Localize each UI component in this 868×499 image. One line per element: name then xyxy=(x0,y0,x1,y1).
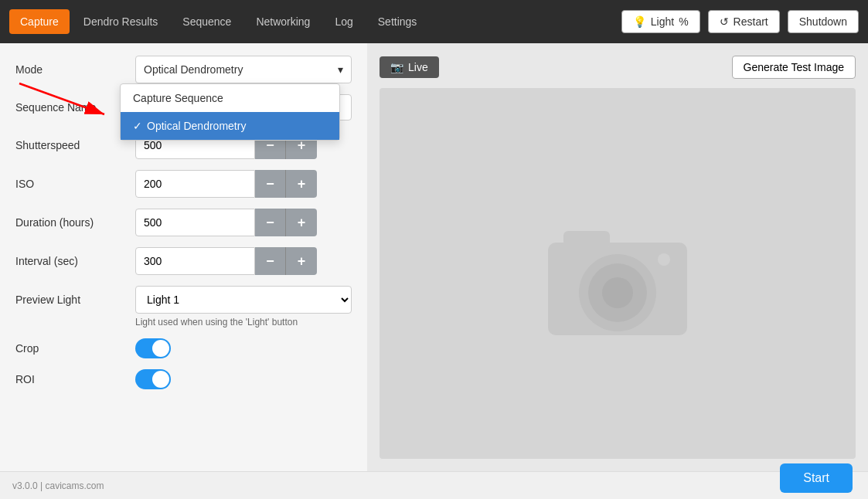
duration-stepper: − + xyxy=(135,209,317,236)
iso-label: ISO xyxy=(15,178,135,190)
restart-icon: ↺ xyxy=(720,15,729,28)
chevron-down-icon: ▾ xyxy=(338,63,343,76)
iso-plus-button[interactable]: + xyxy=(286,170,317,198)
capture-sequence-label: Capture Sequence xyxy=(133,92,223,104)
shutdown-button[interactable]: Shutdown xyxy=(788,10,859,33)
nav-settings[interactable]: Settings xyxy=(367,9,428,34)
generate-test-image-button[interactable]: Generate Test Image xyxy=(732,56,856,79)
footer: v3.0.0 | cavicams.com Start xyxy=(0,471,868,499)
light-icon: 💡 xyxy=(633,15,646,28)
iso-minus-button[interactable]: − xyxy=(255,170,286,198)
svg-rect-6 xyxy=(563,231,610,248)
preview-light-hint: Light used when using the 'Light' button xyxy=(135,317,352,328)
right-panel: 📷 Live Generate Test Image xyxy=(367,43,868,471)
roi-label: ROI xyxy=(15,373,135,385)
preview-light-row: Preview Light Light 1 Light 2 xyxy=(15,286,352,314)
light-percent: % xyxy=(679,15,688,28)
interval-label: Interval (sec) xyxy=(15,255,135,267)
preview-light-select[interactable]: Light 1 Light 2 xyxy=(135,286,352,314)
mode-row: Mode Optical Dendrometry ▾ xyxy=(15,56,352,83)
optical-dendrometry-label: Optical Dendrometry xyxy=(147,120,246,132)
duration-input[interactable] xyxy=(135,209,255,236)
mode-label: Mode xyxy=(15,63,135,76)
restart-button[interactable]: ↺ Restart xyxy=(708,10,780,33)
duration-label: Duration (hours) xyxy=(15,216,135,229)
iso-input[interactable] xyxy=(135,170,255,198)
left-panel: Mode Optical Dendrometry ▾ Capture Seque… xyxy=(0,43,367,471)
dropdown-capture-sequence[interactable]: Capture Sequence xyxy=(121,84,339,112)
nav-dendro-results[interactable]: Dendro Results xyxy=(73,9,169,34)
duration-row: Duration (hours) − + xyxy=(15,209,352,236)
interval-input[interactable] xyxy=(135,247,255,275)
iso-stepper: − + xyxy=(135,170,317,198)
preview-toolbar: 📷 Live Generate Test Image xyxy=(380,56,856,79)
interval-row: Interval (sec) − + xyxy=(15,247,352,275)
mode-select[interactable]: Optical Dendrometry ▾ xyxy=(135,56,352,83)
interval-plus-button[interactable]: + xyxy=(286,247,317,275)
roi-toggle[interactable] xyxy=(135,369,171,389)
duration-minus-button[interactable]: − xyxy=(255,209,286,236)
checkmark-icon: ✓ xyxy=(133,120,142,132)
nav-capture[interactable]: Capture xyxy=(9,9,70,34)
interval-stepper: − + xyxy=(135,247,317,275)
main-content: Mode Optical Dendrometry ▾ Capture Seque… xyxy=(0,43,868,471)
light-button[interactable]: 💡 Light % xyxy=(621,10,700,33)
nav-log[interactable]: Log xyxy=(324,9,363,34)
camera-preview xyxy=(380,88,856,459)
camera-icon: 📷 xyxy=(390,61,403,73)
svg-point-7 xyxy=(658,253,670,266)
live-button[interactable]: 📷 Live xyxy=(380,56,439,78)
crop-row: Crop xyxy=(15,338,352,358)
interval-minus-button[interactable]: − xyxy=(255,247,286,275)
svg-point-5 xyxy=(602,277,633,308)
start-button[interactable]: Start xyxy=(780,463,853,493)
dropdown-optical-dendrometry[interactable]: ✓ Optical Dendrometry xyxy=(121,112,339,140)
version-label: v3.0.0 | cavicams.com xyxy=(12,480,104,491)
duration-plus-button[interactable]: + xyxy=(286,209,317,236)
crop-toggle[interactable] xyxy=(135,338,171,358)
navbar: Capture Dendro Results Sequence Networki… xyxy=(0,0,868,43)
roi-row: ROI xyxy=(15,369,352,389)
iso-row: ISO − + xyxy=(15,170,352,198)
crop-label: Crop xyxy=(15,342,135,355)
sequence-name-label: Sequence Name xyxy=(15,101,135,114)
nav-sequence[interactable]: Sequence xyxy=(172,9,242,34)
mode-dropdown: Capture Sequence ✓ Optical Dendrometry xyxy=(120,83,340,141)
nav-networking[interactable]: Networking xyxy=(245,9,321,34)
camera-placeholder-icon xyxy=(533,204,703,343)
preview-light-label: Preview Light xyxy=(15,294,135,306)
shutterspeed-label: Shutterspeed xyxy=(15,139,135,151)
